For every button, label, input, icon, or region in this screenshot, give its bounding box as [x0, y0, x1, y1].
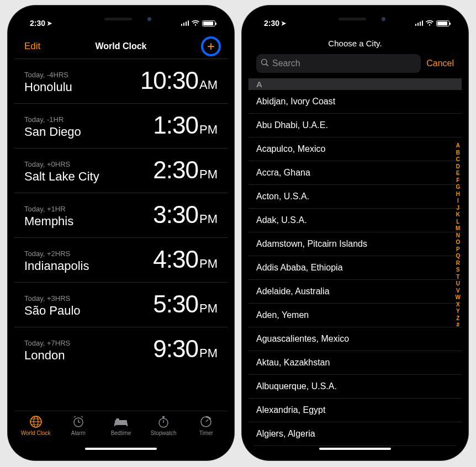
clock-row[interactable]: Today, +3HRSSão Paulo5:30PM — [14, 282, 228, 327]
city-list[interactable]: Abidjan, Ivory CoastAbu Dhabi, U.A.E.Aca… — [248, 90, 462, 454]
city-row[interactable]: Abu Dhabi, U.A.E. — [248, 114, 462, 137]
index-letter[interactable]: W — [456, 294, 461, 300]
index-letter[interactable]: Y — [456, 308, 461, 314]
clock-time: 9:30 — [153, 335, 198, 363]
index-letter[interactable]: Q — [456, 253, 461, 259]
index-letter[interactable]: I — [456, 198, 461, 204]
clock-city: Salt Lake City — [24, 169, 99, 184]
edit-button[interactable]: Edit — [24, 41, 46, 52]
index-letter[interactable]: B — [456, 150, 461, 156]
home-indicator[interactable] — [319, 448, 391, 450]
globe-icon — [29, 415, 43, 429]
index-letter[interactable]: C — [456, 156, 461, 162]
index-letter[interactable]: P — [456, 246, 461, 252]
index-letter[interactable]: K — [456, 211, 461, 217]
city-row[interactable]: Aktau, Kazakhstan — [248, 351, 462, 375]
city-row[interactable]: Acton, U.S.A. — [248, 185, 462, 209]
index-letter[interactable]: H — [456, 191, 461, 197]
tab-timer[interactable]: Timer — [187, 415, 225, 436]
index-letter[interactable]: G — [456, 184, 461, 190]
svg-line-20 — [266, 64, 268, 66]
clock-ampm: AM — [199, 78, 218, 92]
index-letter[interactable]: O — [456, 239, 461, 245]
svg-rect-11 — [126, 423, 128, 426]
city-row[interactable]: Alexandria, Egypt — [248, 399, 462, 422]
clock-time: 10:30 — [140, 67, 198, 94]
wifi-icon — [425, 20, 434, 26]
index-letter[interactable]: X — [456, 301, 461, 307]
phone-world-clock: 2:30 ➤ Edit World Clock + Today, -4HRSHo… — [8, 6, 234, 460]
svg-rect-9 — [115, 424, 127, 425]
search-input[interactable]: Search — [256, 54, 421, 73]
clock-city: Indianapolis — [24, 259, 89, 273]
cancel-button[interactable]: Cancel — [426, 59, 454, 68]
clock-time: 2:30 — [153, 156, 198, 184]
status-time: 2:30 — [30, 19, 45, 28]
clock-ampm: PM — [199, 212, 218, 226]
city-row[interactable]: Acapulco, Mexico — [248, 137, 462, 161]
clock-row[interactable]: Today, +0HRSSalt Lake City2:30PM — [14, 148, 228, 193]
clock-offset: Today, -4HRS — [24, 71, 72, 79]
phone-choose-city: 2:30 ➤ Choose a City. Search Cancel — [242, 6, 468, 460]
clock-row[interactable]: Today, -4HRSHonolulu10:30AM — [14, 59, 228, 103]
index-letter[interactable]: # — [456, 322, 461, 328]
index-letter[interactable]: A — [456, 142, 461, 148]
clock-ampm: PM — [199, 167, 218, 182]
clock-city: Honolulu — [24, 80, 72, 94]
city-row[interactable]: Albuquerque, U.S.A. — [248, 375, 462, 399]
battery-icon — [202, 20, 215, 26]
index-letter[interactable]: T — [456, 274, 461, 280]
city-row[interactable]: Algiers, Algeria — [248, 422, 462, 446]
city-row[interactable]: Adelaide, Australia — [248, 280, 462, 304]
city-row[interactable]: Adak, U.S.A. — [248, 209, 462, 232]
svg-point-19 — [262, 59, 267, 65]
home-indicator[interactable] — [85, 448, 157, 450]
city-row[interactable]: Addis Ababa, Ethiopia — [248, 256, 462, 280]
search-row: Search Cancel — [248, 52, 462, 78]
index-letter[interactable]: V — [456, 288, 461, 294]
tab-bedtime[interactable]: Bedtime — [102, 415, 140, 436]
index-letter[interactable]: R — [456, 260, 461, 266]
clock-city: Memphis — [24, 214, 73, 229]
city-row[interactable]: Abidjan, Ivory Coast — [248, 90, 462, 114]
clock-offset: Today, +2HRS — [24, 250, 89, 258]
index-letter[interactable]: S — [456, 267, 461, 273]
clock-row[interactable]: Today, +7HRSLondon9:30PM — [14, 327, 228, 372]
city-row[interactable]: Accra, Ghana — [248, 161, 462, 185]
alpha-index[interactable]: ABCDEFGHIJKLMNOPQRSTUVWXYZ# — [456, 142, 461, 328]
clock-row[interactable]: Today, +2HRSIndianapolis4:30PM — [14, 237, 228, 282]
clock-ampm: PM — [199, 346, 218, 360]
index-letter[interactable]: D — [456, 163, 461, 169]
city-row[interactable]: Aden, Yemen — [248, 304, 462, 327]
index-letter[interactable]: L — [456, 219, 461, 225]
tab-label: Stopwatch — [151, 430, 177, 436]
city-row[interactable]: Adamstown, Pitcairn Islands — [248, 232, 462, 256]
wifi-icon — [191, 20, 200, 26]
tab-alarm[interactable]: Alarm — [60, 415, 97, 436]
tab-stopwatch[interactable]: Stopwatch — [145, 415, 182, 436]
clock-row[interactable]: Today, -1HRSan Diego1:30PM — [14, 103, 228, 148]
notch — [71, 12, 171, 28]
index-letter[interactable]: N — [456, 232, 461, 238]
timer-icon — [199, 415, 213, 429]
index-letter[interactable]: F — [456, 177, 461, 183]
add-button[interactable]: + — [201, 36, 221, 56]
tab-world-clock[interactable]: World Clock — [17, 415, 55, 436]
navbar: Choose a City. — [248, 34, 462, 52]
world-clock-list[interactable]: Today, -4HRSHonolulu10:30AMToday, -1HRSa… — [14, 59, 228, 411]
index-letter[interactable]: Z — [456, 315, 461, 321]
clock-row[interactable]: Today, +1HRMemphis3:30PM — [14, 193, 228, 237]
index-letter[interactable]: E — [456, 170, 461, 176]
index-letter[interactable]: M — [456, 225, 461, 231]
clock-offset: Today, +3HRS — [24, 294, 81, 303]
index-letter[interactable]: J — [456, 205, 461, 211]
index-letter[interactable]: U — [456, 280, 461, 286]
navbar: Edit World Clock + — [14, 34, 228, 59]
search-icon — [261, 59, 269, 69]
city-row[interactable]: Aguascalientes, Mexico — [248, 327, 462, 351]
cellular-icon — [181, 20, 189, 26]
stopwatch-icon — [157, 415, 170, 429]
cellular-icon — [415, 20, 424, 26]
tab-label: Timer — [199, 430, 213, 436]
clock-offset: Today, +7HRS — [24, 339, 70, 347]
